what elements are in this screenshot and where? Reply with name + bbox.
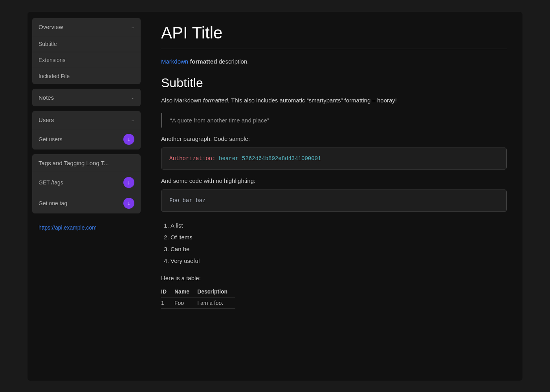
sidebar-item-extensions[interactable]: Extensions bbox=[32, 52, 141, 68]
cell-id: 1 bbox=[161, 297, 174, 308]
sidebar-item-get-users[interactable]: Get users ↓ bbox=[32, 129, 141, 150]
code-block-plain: Foo bar baz bbox=[161, 190, 507, 211]
sidebar-item-get-one-tag[interactable]: Get one tag ↓ bbox=[32, 193, 141, 213]
also-markdown-rest: This also includes automatic “smartypant… bbox=[229, 97, 397, 104]
col-header-description: Description bbox=[197, 286, 235, 297]
chevron-down-icon: ⌄ bbox=[131, 117, 134, 122]
code-block-auth: Authorization: bearer 5262d64b892e8d4341… bbox=[161, 148, 507, 170]
list-item: Of items bbox=[170, 232, 507, 243]
main-content: API Title Markdown formatted description… bbox=[145, 12, 522, 381]
sidebar-group-notes: Notes ⌄ bbox=[32, 89, 141, 106]
divider bbox=[161, 49, 507, 49]
description-bold: formatted bbox=[188, 58, 217, 65]
blockquote-text: “A quote from another time and place” bbox=[170, 117, 269, 124]
list-item: A list bbox=[170, 220, 507, 232]
api-url-link[interactable]: https://api.example.com bbox=[32, 218, 141, 237]
sidebar-item-label: Included File bbox=[38, 73, 70, 79]
sidebar-group-users-label: Users bbox=[38, 117, 54, 123]
code-value: bearer 5262d64b892e8d4341000001 bbox=[216, 155, 321, 162]
sidebar-group-notes-header[interactable]: Notes ⌄ bbox=[32, 89, 141, 106]
download-badge: ↓ bbox=[123, 198, 134, 209]
sidebar-group-overview-header[interactable]: Overview ⌄ bbox=[32, 18, 141, 36]
sidebar-item-subtitle[interactable]: Subtitle bbox=[32, 36, 141, 52]
blockquote: “A quote from another time and place” bbox=[161, 113, 507, 128]
cell-name: Foo bbox=[174, 297, 197, 308]
list-item: Very useful bbox=[170, 255, 507, 267]
sidebar-group-notes-label: Notes bbox=[38, 94, 54, 101]
sidebar-item-label: Subtitle bbox=[38, 41, 57, 47]
list-item: Can be bbox=[170, 243, 507, 255]
table-row: 1 Foo I am a foo. bbox=[161, 297, 235, 308]
paragraph-no-highlight: And some code with no highlighting: bbox=[161, 177, 507, 184]
paragraph-code-sample: Another paragraph. Code sample: bbox=[161, 135, 507, 142]
sidebar: Overview ⌄ Subtitle Extensions Included … bbox=[28, 12, 145, 381]
code-plain-text: Foo bar baz bbox=[169, 197, 205, 204]
code-key: Authorization: bbox=[169, 155, 216, 162]
sidebar-group-users-header[interactable]: Users ⌄ bbox=[32, 111, 141, 129]
sidebar-group-tags: Tags and Tagging Long T... GET /tags ↓ G… bbox=[32, 154, 141, 213]
data-table: ID Name Description 1 Foo I am a foo. bbox=[161, 286, 507, 309]
download-badge: ↓ bbox=[123, 177, 134, 188]
ordered-list: A list Of items Can be Very useful bbox=[161, 220, 507, 267]
sidebar-item-label: Get one tag bbox=[38, 200, 67, 206]
main-description: Markdown formatted description. bbox=[161, 57, 507, 66]
app-container: Overview ⌄ Subtitle Extensions Included … bbox=[28, 12, 522, 381]
chevron-down-icon: ⌄ bbox=[131, 95, 134, 100]
sidebar-group-overview-label: Overview bbox=[38, 24, 63, 30]
sidebar-group-tags-header[interactable]: Tags and Tagging Long T... bbox=[32, 154, 141, 172]
markdown-link[interactable]: Markdown bbox=[161, 58, 188, 65]
cell-description: I am a foo. bbox=[197, 297, 235, 308]
sidebar-item-included-file[interactable]: Included File bbox=[32, 68, 141, 84]
download-badge: ↓ bbox=[123, 134, 134, 145]
sidebar-group-users: Users ⌄ Get users ↓ bbox=[32, 111, 141, 150]
sidebar-item-label: Get users bbox=[38, 136, 62, 142]
also-markdown-text: Also Markdown formatted. This also inclu… bbox=[161, 96, 507, 105]
also-markdown-italic: formatted. bbox=[203, 97, 230, 104]
description-text: description. bbox=[217, 58, 249, 65]
page-title: API Title bbox=[161, 24, 507, 42]
sidebar-group-overview: Overview ⌄ Subtitle Extensions Included … bbox=[32, 18, 141, 84]
bold-text: formatted bbox=[190, 58, 217, 65]
col-header-id: ID bbox=[161, 286, 174, 297]
section-subtitle: Subtitle bbox=[161, 76, 507, 90]
table-intro: Here is a table: bbox=[161, 275, 507, 281]
sidebar-group-tags-label: Tags and Tagging Long T... bbox=[38, 160, 109, 166]
also-markdown-prefix: Also Markdown bbox=[161, 97, 203, 104]
sidebar-item-label: Extensions bbox=[38, 57, 65, 63]
sidebar-item-get-tags[interactable]: GET /tags ↓ bbox=[32, 172, 141, 193]
chevron-down-icon: ⌄ bbox=[131, 24, 134, 29]
sidebar-item-label: GET /tags bbox=[38, 179, 63, 186]
col-header-name: Name bbox=[174, 286, 197, 297]
